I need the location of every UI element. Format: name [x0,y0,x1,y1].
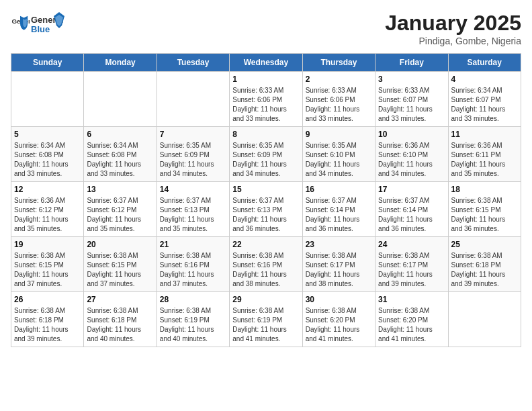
day-number: 4 [451,75,518,84]
calendar-day-cell: 9Sunrise: 6:35 AM Sunset: 6:10 PM Daylig… [302,127,375,182]
calendar-week-row: 5Sunrise: 6:34 AM Sunset: 6:08 PM Daylig… [11,127,521,182]
day-number: 13 [87,185,153,194]
calendar-day-cell: 4Sunrise: 6:34 AM Sunset: 6:07 PM Daylig… [448,72,521,127]
day-number: 5 [14,130,81,139]
logo-text: General Blue [31,11,64,36]
calendar-day-cell: 30Sunrise: 6:38 AM Sunset: 6:20 PM Dayli… [302,292,375,347]
day-of-week-header: Thursday [302,54,375,72]
day-info: Sunrise: 6:38 AM Sunset: 6:18 PM Dayligh… [87,306,153,344]
calendar-day-cell [84,72,157,127]
calendar-table: SundayMondayTuesdayWednesdayThursdayFrid… [11,53,521,347]
day-info: Sunrise: 6:38 AM Sunset: 6:15 PM Dayligh… [451,196,518,234]
calendar-day-cell [448,292,521,347]
day-number: 24 [378,240,445,249]
page-header: General General Blue January 2025 Pindig… [11,11,521,46]
location: Pindiga, Gombe, Nigeria [385,36,521,46]
calendar-day-cell: 16Sunrise: 6:37 AM Sunset: 6:14 PM Dayli… [302,182,375,237]
day-number: 11 [451,130,518,139]
calendar-day-cell: 26Sunrise: 6:38 AM Sunset: 6:18 PM Dayli… [11,292,84,347]
day-number: 29 [232,295,299,304]
calendar-day-cell: 13Sunrise: 6:37 AM Sunset: 6:12 PM Dayli… [84,182,157,237]
day-number: 26 [14,295,81,304]
day-info: Sunrise: 6:38 AM Sunset: 6:19 PM Dayligh… [160,306,226,344]
day-info: Sunrise: 6:38 AM Sunset: 6:16 PM Dayligh… [160,251,226,289]
day-info: Sunrise: 6:38 AM Sunset: 6:17 PM Dayligh… [306,251,372,289]
day-number: 16 [306,185,372,194]
day-info: Sunrise: 6:37 AM Sunset: 6:14 PM Dayligh… [306,196,372,234]
calendar-day-cell: 15Sunrise: 6:37 AM Sunset: 6:13 PM Dayli… [230,182,302,237]
calendar-day-cell: 1Sunrise: 6:33 AM Sunset: 6:06 PM Daylig… [230,72,302,127]
day-info: Sunrise: 6:37 AM Sunset: 6:14 PM Dayligh… [378,196,445,234]
calendar-day-cell: 14Sunrise: 6:37 AM Sunset: 6:13 PM Dayli… [157,182,229,237]
calendar-day-cell: 10Sunrise: 6:36 AM Sunset: 6:10 PM Dayli… [375,127,448,182]
calendar-day-cell: 2Sunrise: 6:33 AM Sunset: 6:06 PM Daylig… [302,72,375,127]
day-info: Sunrise: 6:35 AM Sunset: 6:09 PM Dayligh… [232,141,299,179]
logo-icon: General [11,14,30,33]
day-number: 12 [14,185,81,194]
day-info: Sunrise: 6:36 AM Sunset: 6:11 PM Dayligh… [451,141,518,179]
day-number: 20 [87,240,153,249]
calendar-day-cell: 18Sunrise: 6:38 AM Sunset: 6:15 PM Dayli… [448,182,521,237]
calendar-day-cell: 27Sunrise: 6:38 AM Sunset: 6:18 PM Dayli… [84,292,157,347]
calendar-day-cell: 17Sunrise: 6:37 AM Sunset: 6:14 PM Dayli… [375,182,448,237]
calendar-day-cell: 12Sunrise: 6:36 AM Sunset: 6:12 PM Dayli… [11,182,84,237]
calendar-day-cell: 7Sunrise: 6:35 AM Sunset: 6:09 PM Daylig… [157,127,229,182]
day-info: Sunrise: 6:38 AM Sunset: 6:15 PM Dayligh… [14,251,81,289]
calendar-day-cell: 3Sunrise: 6:33 AM Sunset: 6:07 PM Daylig… [375,72,448,127]
calendar-header-row: SundayMondayTuesdayWednesdayThursdayFrid… [11,54,521,72]
calendar-day-cell: 23Sunrise: 6:38 AM Sunset: 6:17 PM Dayli… [302,237,375,292]
calendar-day-cell: 31Sunrise: 6:38 AM Sunset: 6:20 PM Dayli… [375,292,448,347]
calendar-day-cell: 22Sunrise: 6:38 AM Sunset: 6:16 PM Dayli… [230,237,302,292]
day-info: Sunrise: 6:37 AM Sunset: 6:13 PM Dayligh… [160,196,226,234]
title-block: January 2025 Pindiga, Gombe, Nigeria [385,11,521,46]
day-of-week-header: Wednesday [230,54,302,72]
day-of-week-header: Tuesday [157,54,229,72]
calendar-day-cell: 19Sunrise: 6:38 AM Sunset: 6:15 PM Dayli… [11,237,84,292]
day-info: Sunrise: 6:38 AM Sunset: 6:20 PM Dayligh… [378,306,445,344]
day-number: 9 [306,130,372,139]
day-number: 15 [232,185,299,194]
general-blue-logo: General Blue [31,11,64,36]
day-number: 23 [306,240,372,249]
calendar-week-row: 12Sunrise: 6:36 AM Sunset: 6:12 PM Dayli… [11,182,521,237]
calendar-day-cell [11,72,84,127]
calendar-week-row: 19Sunrise: 6:38 AM Sunset: 6:15 PM Dayli… [11,237,521,292]
day-info: Sunrise: 6:38 AM Sunset: 6:18 PM Dayligh… [451,251,518,289]
day-number: 18 [451,185,518,194]
day-of-week-header: Saturday [448,54,521,72]
calendar-day-cell: 11Sunrise: 6:36 AM Sunset: 6:11 PM Dayli… [448,127,521,182]
day-info: Sunrise: 6:33 AM Sunset: 6:06 PM Dayligh… [232,86,299,124]
day-number: 19 [14,240,81,249]
calendar-day-cell: 28Sunrise: 6:38 AM Sunset: 6:19 PM Dayli… [157,292,229,347]
day-info: Sunrise: 6:38 AM Sunset: 6:20 PM Dayligh… [306,306,372,344]
day-number: 17 [378,185,445,194]
day-number: 3 [378,75,445,84]
month-title: January 2025 [385,11,521,36]
day-number: 2 [306,75,372,84]
day-number: 6 [87,130,153,139]
day-info: Sunrise: 6:36 AM Sunset: 6:12 PM Dayligh… [14,196,81,234]
day-of-week-header: Friday [375,54,448,72]
day-number: 7 [160,130,226,139]
day-number: 1 [232,75,299,84]
day-info: Sunrise: 6:37 AM Sunset: 6:12 PM Dayligh… [87,196,153,234]
day-info: Sunrise: 6:38 AM Sunset: 6:15 PM Dayligh… [87,251,153,289]
calendar-day-cell: 6Sunrise: 6:34 AM Sunset: 6:08 PM Daylig… [84,127,157,182]
calendar-day-cell: 25Sunrise: 6:38 AM Sunset: 6:18 PM Dayli… [448,237,521,292]
day-info: Sunrise: 6:38 AM Sunset: 6:16 PM Dayligh… [232,251,299,289]
calendar-day-cell: 20Sunrise: 6:38 AM Sunset: 6:15 PM Dayli… [84,237,157,292]
day-info: Sunrise: 6:33 AM Sunset: 6:06 PM Dayligh… [306,86,372,124]
day-info: Sunrise: 6:38 AM Sunset: 6:17 PM Dayligh… [378,251,445,289]
day-number: 21 [160,240,226,249]
day-info: Sunrise: 6:34 AM Sunset: 6:08 PM Dayligh… [14,141,81,179]
calendar-week-row: 1Sunrise: 6:33 AM Sunset: 6:06 PM Daylig… [11,72,521,127]
day-number: 14 [160,185,226,194]
day-number: 25 [451,240,518,249]
day-number: 10 [378,130,445,139]
day-number: 22 [232,240,299,249]
day-number: 27 [87,295,153,304]
day-number: 31 [378,295,445,304]
day-of-week-header: Sunday [11,54,84,72]
day-info: Sunrise: 6:36 AM Sunset: 6:10 PM Dayligh… [378,141,445,179]
day-number: 28 [160,295,226,304]
